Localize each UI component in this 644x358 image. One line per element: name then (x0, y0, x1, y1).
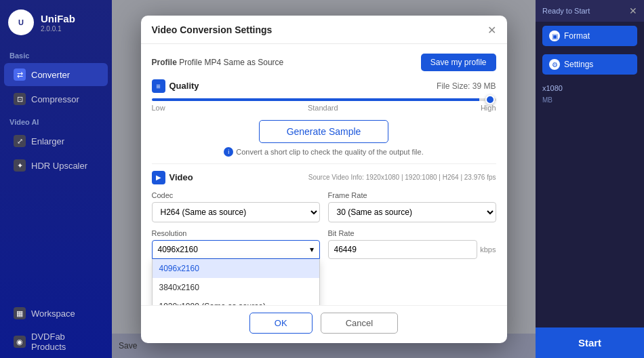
right-panel-close-button[interactable]: ✕ (629, 5, 637, 16)
right-panel: Ready to Start ✕ ▣ Format ⚙ Settings x10… (536, 0, 644, 358)
generate-sample-button[interactable]: Generate Sample (259, 120, 389, 143)
slider-high-label: High (481, 104, 496, 112)
bitrate-input-row: kbps (328, 240, 496, 259)
ready-bar: Ready to Start ✕ (536, 0, 644, 22)
bitrate-col: Bit Rate kbps (328, 229, 496, 259)
sidebar-item-converter[interactable]: ⇄ Converter (4, 63, 108, 86)
quality-icon: ≡ (152, 79, 165, 93)
modal-close-button[interactable]: ✕ (487, 24, 496, 37)
slider-thumb (485, 95, 495, 104)
sidebar-item-hdr-upscaler[interactable]: ✦ HDR Upscaler (4, 154, 108, 177)
resolution-dropdown-list: 4096x2160 3840x2160 1920x1080 (Same as s… (152, 259, 320, 305)
sidebar-item-label: Converter (31, 70, 70, 80)
quality-label: Quality (169, 81, 199, 91)
resolution-dropdown: 4096x2160 ▾ 4096x2160 3840x2160 1920x108… (152, 240, 320, 259)
bitrate-label: Bit Rate (328, 229, 496, 237)
sidebar-item-workspace[interactable]: ▦ Workspace (4, 302, 108, 325)
sidebar-item-label: Compressor (31, 94, 79, 104)
slider-labels: Low Standard High (152, 104, 496, 112)
video-label-row: ▶ Video (152, 171, 193, 184)
resolution-option-1920x1080[interactable]: 1920x1080 (Same as source) (153, 297, 319, 305)
framerate-col: Frame Rate 30 (Same as source) (328, 191, 496, 222)
section-video-ai: Video AI (0, 111, 112, 129)
sidebar-item-label: Workspace (31, 309, 75, 319)
settings-button[interactable]: ⚙ Settings (542, 54, 637, 75)
dvdfab-icon: ◉ (14, 336, 26, 348)
resolution-option-4096x2160[interactable]: 4096x2160 (153, 259, 319, 278)
modal-body: Profile Profile MP4 Same as Source Save … (141, 44, 507, 305)
sidebar-item-label: Enlarger (31, 136, 64, 146)
resolution-bitrate-row: Resolution 4096x2160 ▾ 4096x2160 3840x21… (152, 229, 496, 259)
logo-icon: U (8, 9, 34, 35)
app-name: UniFab (41, 13, 75, 25)
format-icon: ▣ (549, 31, 560, 41)
modal-overlay: Video Conversion Settings ✕ Profile Prof… (112, 0, 536, 358)
profile-row: Profile Profile MP4 Same as Source Save … (152, 54, 496, 71)
resolution-display: x1080 (542, 84, 563, 92)
sidebar-item-compressor[interactable]: ⊡ Compressor (4, 87, 108, 111)
quality-header: ≡ Quality File Size: 39 MB (152, 79, 496, 93)
ok-button[interactable]: OK (249, 313, 313, 334)
codec-label: Codec (152, 191, 320, 199)
start-button[interactable]: Start (536, 327, 644, 358)
video-icon: ▶ (152, 171, 165, 184)
ready-label: Ready to Start (542, 7, 590, 15)
format-button[interactable]: ▣ Format (542, 26, 637, 46)
workspace-icon: ▦ (14, 307, 26, 319)
sidebar: U UniFab 2.0.0.1 Basic ⇄ Converter ⊡ Com… (0, 0, 112, 358)
section-divider (152, 163, 496, 164)
compressor-icon: ⊡ (14, 93, 26, 105)
enlarger-icon: ⤢ (14, 135, 26, 147)
modal-title-bar: Video Conversion Settings ✕ (141, 16, 507, 44)
codec-select[interactable]: H264 (Same as source) (152, 202, 320, 222)
file-size: File Size: 39 MB (437, 81, 496, 91)
right-info: x1080 MB (536, 79, 644, 109)
settings-icon: ⚙ (549, 59, 560, 70)
resolution-option-3840x2160[interactable]: 3840x2160 (153, 278, 319, 297)
converter-icon: ⇄ (14, 68, 26, 81)
codec-framerate-row: Codec H264 (Same as source) Frame Rate 3… (152, 191, 496, 222)
modal-title: Video Conversion Settings (152, 24, 273, 35)
sidebar-item-label: DVDFab Products (31, 332, 98, 352)
resolution-col: Resolution 4096x2160 ▾ 4096x2160 3840x21… (152, 229, 320, 259)
filesize-display: MB (542, 96, 552, 104)
quality-label-row: ≡ Quality (152, 79, 199, 93)
resolution-label: Resolution (152, 229, 320, 237)
profile-label: Profile Profile MP4 Same as Source (152, 58, 284, 67)
slider-track (152, 98, 496, 101)
cancel-button[interactable]: Cancel (321, 313, 398, 334)
dropdown-arrow-icon: ▾ (310, 245, 314, 254)
slider-standard-label: Standard (308, 104, 338, 112)
video-header: ▶ Video Source Video Info: 1920x1080 | 1… (152, 171, 496, 184)
quality-slider-container[interactable]: Low Standard High (152, 98, 496, 112)
slider-low-label: Low (152, 104, 165, 112)
video-label: Video (169, 172, 193, 182)
source-info: Source Video Info: 1920x1080 | 1920:1080… (308, 174, 496, 181)
sidebar-item-label: HDR Upscaler (31, 161, 87, 171)
sidebar-item-enlarger[interactable]: ⤢ Enlarger (4, 130, 108, 153)
info-icon: i (224, 147, 233, 157)
app-logo: U UniFab 2.0.0.1 (0, 0, 112, 45)
framerate-select[interactable]: 30 (Same as source) (328, 202, 496, 222)
modal-footer: OK Cancel (141, 305, 507, 343)
resolution-trigger[interactable]: 4096x2160 ▾ (152, 240, 320, 259)
kbps-label: kbps (480, 245, 496, 254)
save-profile-button[interactable]: Save my profile (421, 54, 496, 71)
bitrate-input[interactable] (328, 240, 478, 259)
framerate-label: Frame Rate (328, 191, 496, 199)
settings-modal: Video Conversion Settings ✕ Profile Prof… (141, 16, 507, 343)
resolution-value: 4096x2160 (158, 245, 198, 254)
hdr-icon: ✦ (14, 159, 26, 172)
generate-hint: i Convert a short clip to check the qual… (224, 147, 423, 157)
sidebar-item-dvdfab[interactable]: ◉ DVDFab Products (4, 326, 108, 357)
app-version: 2.0.0.1 (41, 25, 75, 33)
generate-btn-container: Generate Sample i Convert a short clip t… (152, 120, 496, 157)
section-basic: Basic (0, 45, 112, 62)
codec-col: Codec H264 (Same as source) (152, 191, 320, 222)
